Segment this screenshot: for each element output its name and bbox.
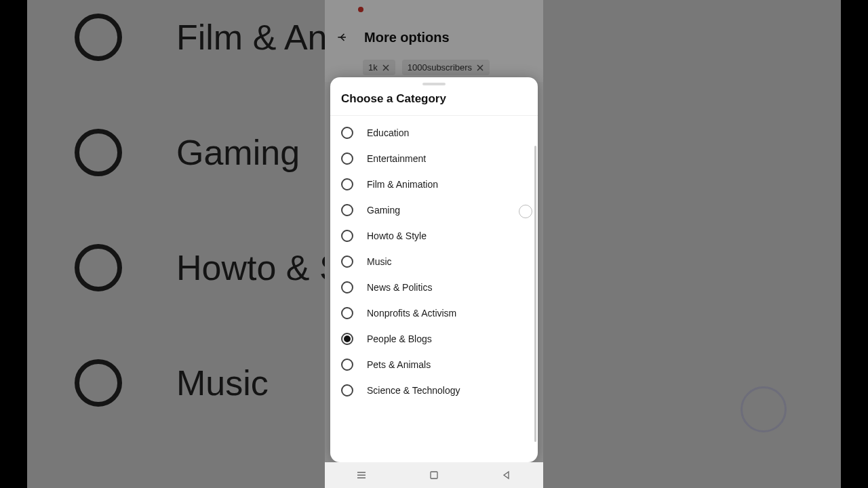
category-item[interactable]: News & Politics — [330, 274, 538, 300]
radio-icon[interactable] — [341, 256, 353, 268]
tag-chip[interactable]: 1k — [363, 60, 395, 75]
radio-icon[interactable] — [341, 178, 353, 190]
category-label: Education — [367, 127, 409, 138]
radio-icon[interactable] — [341, 127, 353, 139]
category-label: Nonprofits & Activism — [367, 308, 456, 319]
radio-icon[interactable] — [341, 230, 353, 242]
category-item[interactable]: Music — [330, 249, 538, 274]
radio-icon[interactable] — [341, 359, 353, 371]
category-item[interactable]: Pets & Animals — [330, 352, 538, 378]
scrollbar[interactable] — [534, 146, 536, 442]
category-list[interactable]: Education Entertainment Film & Animation… — [330, 116, 538, 462]
category-item[interactable]: Gaming — [330, 197, 538, 223]
category-label: Film & Animation — [367, 179, 438, 190]
recording-indicator-icon — [358, 7, 363, 12]
tag-chip-label: 1k — [368, 62, 378, 73]
category-item[interactable]: Education — [330, 120, 538, 146]
category-item[interactable]: Howto & Style — [330, 223, 538, 249]
category-item[interactable]: People & Blogs — [330, 326, 538, 352]
status-bar: 4:16 4.00 50 — [325, 0, 543, 19]
close-icon[interactable] — [476, 64, 484, 72]
network-speed: 4.00 — [477, 6, 489, 13]
radio-icon[interactable] — [341, 384, 353, 396]
category-bottom-sheet: Choose a Category Education Entertainmen… — [330, 77, 538, 462]
radio-icon[interactable] — [341, 204, 353, 216]
touch-indicator-icon — [741, 386, 787, 432]
signal-icon — [505, 6, 512, 13]
sheet-drag-handle[interactable] — [422, 83, 446, 85]
battery-icon: 50 — [516, 6, 530, 13]
home-button[interactable] — [427, 468, 441, 482]
system-nav-bar — [325, 462, 543, 488]
svg-rect-0 — [431, 472, 437, 479]
back-button[interactable] — [500, 468, 513, 482]
close-icon[interactable] — [382, 64, 390, 72]
touch-indicator-icon — [519, 205, 532, 218]
category-item[interactable]: Entertainment — [330, 146, 538, 171]
radio-icon[interactable] — [341, 281, 353, 293]
radio-icon[interactable] — [341, 307, 353, 319]
category-label: Science & Technology — [367, 385, 460, 396]
category-item[interactable]: Nonprofits & Activism — [330, 300, 538, 326]
sheet-title: Choose a Category — [330, 89, 538, 116]
category-label: Music — [367, 256, 392, 267]
tag-chip-label: 1000subscribers — [408, 62, 472, 73]
category-item[interactable]: Science & Technology — [330, 378, 538, 403]
app-header: More options — [325, 19, 543, 56]
status-time: 4:16 — [338, 5, 354, 14]
category-label: Pets & Animals — [367, 359, 431, 370]
category-label: Howto & Style — [367, 230, 427, 241]
category-label: Gaming — [367, 205, 400, 216]
category-label: News & Politics — [367, 282, 432, 293]
category-label: People & Blogs — [367, 333, 432, 344]
phone-frame: 4:16 4.00 50 More options 1k 1000subscri… — [325, 0, 543, 488]
category-label: Entertainment — [367, 153, 426, 164]
signal-icon — [493, 6, 500, 13]
page-title: More options — [364, 30, 450, 45]
radio-icon[interactable] — [341, 333, 353, 345]
tag-chip[interactable]: 1000subscribers — [402, 60, 490, 75]
category-item[interactable]: Film & Animation — [330, 171, 538, 197]
back-arrow-icon[interactable] — [336, 30, 349, 44]
recents-button[interactable] — [355, 468, 368, 482]
radio-icon[interactable] — [341, 152, 353, 165]
